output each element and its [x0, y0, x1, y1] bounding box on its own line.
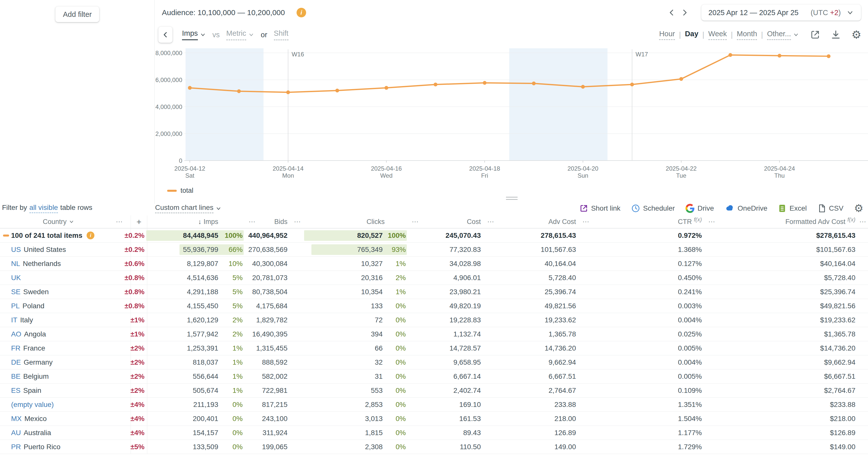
- column-header-clicks[interactable]: Clicks: [305, 216, 408, 228]
- column-header-ctr[interactable]: CTRf(x): [594, 216, 704, 228]
- country-cell[interactable]: 100 of 241 total itemsi: [0, 229, 131, 242]
- audience-info-icon[interactable]: i: [297, 8, 306, 18]
- imps-column-menu[interactable]: ⋯: [245, 216, 260, 228]
- info-icon[interactable]: i: [87, 231, 94, 239]
- chart-settings-button[interactable]: ⚙: [850, 29, 863, 41]
- table-row[interactable]: BEBelgium±2%556,6441%582,002310%6,667.14…: [0, 369, 868, 384]
- add-filter-button[interactable]: Add filter: [55, 6, 99, 22]
- table-row[interactable]: FRFrance±2%1,253,3911%1,315,455660%14,72…: [0, 341, 868, 355]
- add-column-button[interactable]: +: [131, 216, 147, 228]
- excel-button[interactable]: Excel: [778, 204, 807, 212]
- primary-metric-dropdown[interactable]: Imps: [182, 29, 206, 40]
- country-cell[interactable]: PLPoland: [0, 299, 131, 313]
- collapse-chart-button[interactable]: [158, 27, 173, 43]
- data-point[interactable]: [434, 83, 437, 86]
- chart-legend[interactable]: total: [167, 187, 193, 195]
- filter-scope-dropdown[interactable]: all visible: [29, 204, 58, 213]
- short-link-button[interactable]: Short link: [580, 204, 621, 212]
- data-point[interactable]: [335, 89, 339, 92]
- granularity-day[interactable]: Day: [685, 30, 698, 40]
- secondary-metric-dropdown[interactable]: Metric: [226, 29, 254, 40]
- country-column-menu[interactable]: ⋯: [116, 218, 123, 226]
- table-row[interactable]: UK±0.8%4,514,6365%20,781,07320,3162%4,90…: [0, 271, 868, 285]
- table-row[interactable]: ESSpain±2%505,6741%722,9815530%2,402.742…: [0, 384, 868, 398]
- granularity-other-dropdown[interactable]: Other...: [767, 30, 799, 40]
- table-row[interactable]: NLNetherlands±0.6%8,129,80710%40,300,084…: [0, 257, 868, 271]
- country-cell[interactable]: BEBelgium: [0, 369, 131, 383]
- timeseries-chart[interactable]: 02,000,0004,000,0006,000,0008,000,000W16…: [155, 45, 868, 186]
- data-point[interactable]: [728, 53, 732, 57]
- country-code[interactable]: DE: [11, 358, 21, 366]
- table-row[interactable]: USUnited States±0.2%55,936,79966%270,638…: [0, 242, 868, 257]
- column-header-bids[interactable]: Bids: [260, 216, 290, 228]
- date-range-picker[interactable]: 2025 Apr 12 — 2025 Apr 25 (UTC +2): [701, 4, 861, 21]
- table-row[interactable]: PLPoland±0.8%4,155,4505%4,175,6841330%49…: [0, 299, 868, 313]
- country-code[interactable]: US: [11, 246, 21, 254]
- country-code[interactable]: PR: [11, 443, 21, 451]
- data-point[interactable]: [286, 90, 290, 94]
- data-point[interactable]: [384, 86, 388, 90]
- country-code[interactable]: UK: [11, 274, 21, 282]
- country-cell[interactable]: ITItaly: [0, 313, 131, 327]
- column-header-formatted-adv-cost[interactable]: Formatted Adv Costf(x): [719, 216, 858, 228]
- column-header-adv-cost[interactable]: Adv Cost: [498, 216, 579, 228]
- country-code[interactable]: IT: [11, 316, 18, 324]
- column-header-cost[interactable]: Cost: [423, 216, 483, 228]
- table-row[interactable]: (empty value)±4%211,1930%817,2152,8530%1…: [0, 398, 868, 412]
- data-point[interactable]: [237, 89, 241, 93]
- google-drive-button[interactable]: Drive: [685, 204, 714, 213]
- country-cell[interactable]: PRPuerto Rico: [0, 440, 131, 454]
- country-cell[interactable]: SESweden: [0, 285, 131, 299]
- country-code[interactable]: MX: [11, 415, 22, 423]
- cost-column-menu[interactable]: ⋯: [483, 216, 498, 228]
- country-cell[interactable]: USUnited States: [0, 242, 131, 256]
- data-point[interactable]: [483, 81, 487, 85]
- country-code[interactable]: NL: [11, 260, 20, 268]
- data-point[interactable]: [778, 54, 781, 58]
- prev-period-button[interactable]: [665, 6, 678, 19]
- country-cell[interactable]: (empty value): [0, 398, 131, 412]
- column-header-imps[interactable]: ↓ Imps: [147, 216, 245, 228]
- custom-chart-lines-dropdown[interactable]: Custom chart lines: [155, 204, 221, 214]
- granularity-month[interactable]: Month: [737, 30, 757, 40]
- table-settings-button[interactable]: ⚙: [854, 203, 864, 214]
- granularity-hour[interactable]: Hour: [659, 30, 675, 40]
- country-cell[interactable]: FRFrance: [0, 341, 131, 355]
- bids-column-menu[interactable]: ⋯: [290, 216, 305, 228]
- data-point[interactable]: [188, 86, 192, 90]
- table-row[interactable]: AOAngola±1%1,577,9422%16,490,3953940%1,1…: [0, 327, 868, 341]
- table-total-row[interactable]: 100 of 241 total itemsi±0.2%84,448,94510…: [0, 229, 868, 242]
- csv-button[interactable]: CSV: [817, 204, 844, 212]
- country-code[interactable]: AU: [11, 429, 21, 437]
- next-period-button[interactable]: [678, 6, 691, 19]
- download-button[interactable]: [830, 29, 842, 41]
- adv-cost-column-menu[interactable]: ⋯: [579, 216, 594, 228]
- onedrive-button[interactable]: OneDrive: [724, 203, 767, 214]
- granularity-week[interactable]: Week: [708, 30, 727, 40]
- table-row[interactable]: MXMexico±4%200,4010%243,1003,0130%161.53…: [0, 412, 868, 426]
- table-row[interactable]: SESweden±0.8%4,291,1885%80,738,50410,354…: [0, 285, 868, 299]
- data-point[interactable]: [630, 83, 634, 86]
- country-code[interactable]: AO: [11, 330, 21, 338]
- data-point[interactable]: [679, 77, 683, 81]
- country-cell[interactable]: MXMexico: [0, 412, 131, 426]
- chart-resize-handle[interactable]: [506, 197, 518, 201]
- country-code[interactable]: SE: [11, 288, 21, 296]
- country-code[interactable]: BE: [11, 372, 21, 381]
- country-cell[interactable]: ESSpain: [0, 384, 131, 397]
- country-cell[interactable]: DEGermany: [0, 355, 131, 369]
- column-header-country[interactable]: Country ⋯: [0, 216, 131, 228]
- data-point[interactable]: [827, 54, 831, 58]
- data-point[interactable]: [532, 81, 536, 85]
- formatted-adv-cost-column-menu[interactable]: ⋯: [858, 216, 868, 228]
- country-cell[interactable]: UK: [0, 271, 131, 285]
- data-point[interactable]: [581, 85, 585, 89]
- shift-dropdown[interactable]: Shift: [274, 29, 288, 40]
- table-row[interactable]: PRPuerto Rico±5%133,5090%199,0652,3080%1…: [0, 440, 868, 454]
- country-code[interactable]: FR: [11, 344, 21, 352]
- country-code[interactable]: PL: [11, 302, 20, 310]
- scheduler-button[interactable]: Scheduler: [631, 204, 675, 213]
- clicks-column-menu[interactable]: ⋯: [408, 216, 423, 228]
- table-row[interactable]: ITItaly±1%1,620,1292%1,829,782720%19,228…: [0, 313, 868, 327]
- open-in-new-button[interactable]: [809, 29, 821, 41]
